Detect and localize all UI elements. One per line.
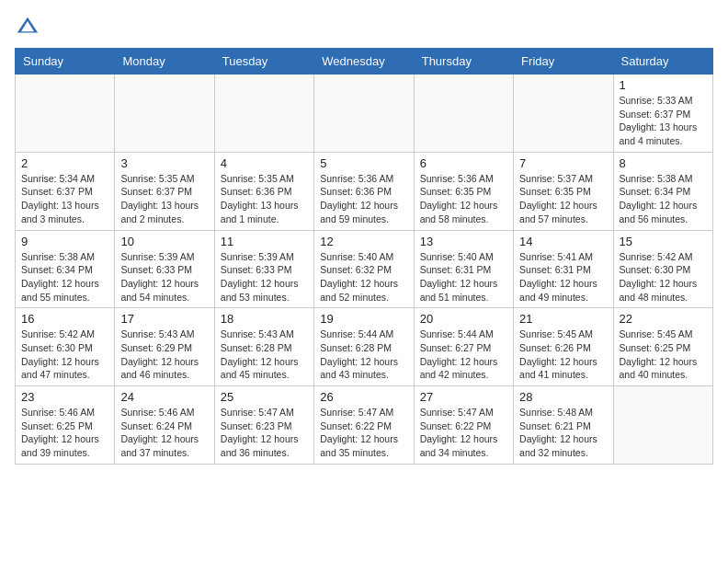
day-info: Sunrise: 5:36 AM Sunset: 6:36 PM Dayligh… [320, 172, 407, 226]
day-info: Sunrise: 5:40 AM Sunset: 6:32 PM Dayligh… [320, 250, 407, 304]
day-number: 6 [420, 156, 507, 170]
day-number: 11 [221, 235, 308, 248]
calendar-cell [613, 386, 712, 465]
calendar-cell [214, 75, 313, 153]
logo [15, 15, 44, 40]
calendar-cell [115, 75, 214, 153]
calendar-cell: 16Sunrise: 5:42 AM Sunset: 6:30 PM Dayli… [16, 308, 115, 386]
day-number: 25 [221, 390, 308, 404]
calendar-week-row: 23Sunrise: 5:46 AM Sunset: 6:25 PM Dayli… [16, 386, 713, 465]
calendar-cell [16, 75, 115, 153]
day-number: 7 [519, 156, 607, 170]
calendar-cell: 3Sunrise: 5:35 AM Sunset: 6:37 PM Daylig… [115, 152, 214, 230]
day-info: Sunrise: 5:36 AM Sunset: 6:35 PM Dayligh… [420, 172, 507, 226]
day-info: Sunrise: 5:39 AM Sunset: 6:33 PM Dayligh… [221, 250, 308, 304]
day-number: 26 [320, 390, 407, 404]
calendar-cell: 6Sunrise: 5:36 AM Sunset: 6:35 PM Daylig… [414, 152, 513, 230]
calendar-cell: 9Sunrise: 5:38 AM Sunset: 6:34 PM Daylig… [16, 230, 115, 308]
calendar-cell: 17Sunrise: 5:43 AM Sunset: 6:29 PM Dayli… [115, 308, 214, 386]
day-number: 20 [420, 312, 507, 326]
calendar-cell: 4Sunrise: 5:35 AM Sunset: 6:36 PM Daylig… [214, 152, 313, 230]
day-info: Sunrise: 5:47 AM Sunset: 6:22 PM Dayligh… [420, 406, 507, 460]
calendar-cell: 19Sunrise: 5:44 AM Sunset: 6:28 PM Dayli… [314, 308, 414, 386]
page-header [15, 15, 713, 40]
calendar-cell: 21Sunrise: 5:45 AM Sunset: 6:26 PM Dayli… [514, 308, 613, 386]
calendar-cell: 12Sunrise: 5:40 AM Sunset: 6:32 PM Dayli… [314, 230, 414, 308]
calendar-cell: 27Sunrise: 5:47 AM Sunset: 6:22 PM Dayli… [414, 386, 513, 465]
calendar-cell: 20Sunrise: 5:44 AM Sunset: 6:27 PM Dayli… [414, 308, 513, 386]
day-number: 15 [620, 235, 707, 248]
day-info: Sunrise: 5:46 AM Sunset: 6:24 PM Dayligh… [120, 406, 208, 460]
day-info: Sunrise: 5:33 AM Sunset: 6:37 PM Dayligh… [620, 94, 707, 148]
day-of-week-header: Friday [514, 49, 613, 75]
calendar-cell: 28Sunrise: 5:48 AM Sunset: 6:21 PM Dayli… [514, 386, 613, 465]
calendar-cell: 25Sunrise: 5:47 AM Sunset: 6:23 PM Dayli… [214, 386, 313, 465]
day-number: 24 [120, 390, 208, 404]
day-number: 21 [519, 312, 607, 326]
day-number: 9 [21, 235, 108, 248]
calendar-cell: 24Sunrise: 5:46 AM Sunset: 6:24 PM Dayli… [115, 386, 214, 465]
day-info: Sunrise: 5:40 AM Sunset: 6:31 PM Dayligh… [420, 250, 507, 304]
calendar-cell: 15Sunrise: 5:42 AM Sunset: 6:30 PM Dayli… [613, 230, 712, 308]
day-info: Sunrise: 5:43 AM Sunset: 6:28 PM Dayligh… [221, 327, 308, 382]
day-info: Sunrise: 5:46 AM Sunset: 6:25 PM Dayligh… [21, 406, 108, 460]
calendar-cell: 7Sunrise: 5:37 AM Sunset: 6:35 PM Daylig… [514, 152, 613, 230]
calendar-cell: 14Sunrise: 5:41 AM Sunset: 6:31 PM Dayli… [514, 230, 613, 308]
day-number: 5 [320, 156, 407, 170]
day-number: 14 [519, 235, 607, 248]
day-info: Sunrise: 5:38 AM Sunset: 6:34 PM Dayligh… [620, 172, 707, 226]
day-info: Sunrise: 5:41 AM Sunset: 6:31 PM Dayligh… [519, 250, 607, 304]
day-info: Sunrise: 5:39 AM Sunset: 6:33 PM Dayligh… [120, 250, 208, 304]
calendar-week-row: 16Sunrise: 5:42 AM Sunset: 6:30 PM Dayli… [16, 308, 713, 386]
day-of-week-header: Saturday [613, 49, 712, 75]
calendar-cell: 18Sunrise: 5:43 AM Sunset: 6:28 PM Dayli… [214, 308, 313, 386]
day-info: Sunrise: 5:45 AM Sunset: 6:25 PM Dayligh… [620, 327, 707, 382]
day-number: 2 [21, 156, 108, 170]
calendar: SundayMondayTuesdayWednesdayThursdayFrid… [15, 48, 713, 465]
day-number: 12 [320, 235, 407, 248]
day-number: 8 [620, 156, 707, 170]
calendar-cell: 2Sunrise: 5:34 AM Sunset: 6:37 PM Daylig… [16, 152, 115, 230]
day-info: Sunrise: 5:47 AM Sunset: 6:23 PM Dayligh… [221, 406, 308, 460]
day-number: 4 [221, 156, 308, 170]
calendar-cell [314, 75, 414, 153]
day-number: 28 [519, 390, 607, 404]
day-of-week-header: Tuesday [214, 49, 313, 75]
day-number: 3 [120, 156, 208, 170]
calendar-cell: 11Sunrise: 5:39 AM Sunset: 6:33 PM Dayli… [214, 230, 313, 308]
calendar-cell [414, 75, 513, 153]
calendar-cell [514, 75, 613, 153]
day-info: Sunrise: 5:42 AM Sunset: 6:30 PM Dayligh… [21, 327, 108, 382]
day-info: Sunrise: 5:42 AM Sunset: 6:30 PM Dayligh… [620, 250, 707, 304]
day-info: Sunrise: 5:48 AM Sunset: 6:21 PM Dayligh… [519, 406, 607, 460]
calendar-cell: 8Sunrise: 5:38 AM Sunset: 6:34 PM Daylig… [613, 152, 712, 230]
day-number: 1 [620, 78, 707, 92]
day-info: Sunrise: 5:43 AM Sunset: 6:29 PM Dayligh… [120, 327, 208, 382]
day-of-week-header: Sunday [16, 49, 115, 75]
day-number: 16 [21, 312, 108, 326]
day-of-week-header: Wednesday [314, 49, 414, 75]
calendar-header-row: SundayMondayTuesdayWednesdayThursdayFrid… [16, 49, 713, 75]
day-info: Sunrise: 5:37 AM Sunset: 6:35 PM Dayligh… [519, 172, 607, 226]
logo-icon [15, 15, 40, 40]
day-number: 18 [221, 312, 308, 326]
day-of-week-header: Thursday [414, 49, 513, 75]
day-info: Sunrise: 5:44 AM Sunset: 6:28 PM Dayligh… [320, 327, 407, 382]
calendar-week-row: 2Sunrise: 5:34 AM Sunset: 6:37 PM Daylig… [16, 152, 713, 230]
day-number: 22 [620, 312, 707, 326]
calendar-cell: 23Sunrise: 5:46 AM Sunset: 6:25 PM Dayli… [16, 386, 115, 465]
calendar-cell: 26Sunrise: 5:47 AM Sunset: 6:22 PM Dayli… [314, 386, 414, 465]
calendar-week-row: 9Sunrise: 5:38 AM Sunset: 6:34 PM Daylig… [16, 230, 713, 308]
day-info: Sunrise: 5:35 AM Sunset: 6:37 PM Dayligh… [120, 172, 208, 226]
day-number: 17 [120, 312, 208, 326]
day-number: 13 [420, 235, 507, 248]
calendar-cell: 22Sunrise: 5:45 AM Sunset: 6:25 PM Dayli… [613, 308, 712, 386]
calendar-cell: 1Sunrise: 5:33 AM Sunset: 6:37 PM Daylig… [613, 75, 712, 153]
calendar-cell: 5Sunrise: 5:36 AM Sunset: 6:36 PM Daylig… [314, 152, 414, 230]
day-info: Sunrise: 5:45 AM Sunset: 6:26 PM Dayligh… [519, 327, 607, 382]
day-info: Sunrise: 5:38 AM Sunset: 6:34 PM Dayligh… [21, 250, 108, 304]
calendar-cell: 10Sunrise: 5:39 AM Sunset: 6:33 PM Dayli… [115, 230, 214, 308]
day-info: Sunrise: 5:44 AM Sunset: 6:27 PM Dayligh… [420, 327, 507, 382]
day-info: Sunrise: 5:47 AM Sunset: 6:22 PM Dayligh… [320, 406, 407, 460]
calendar-cell: 13Sunrise: 5:40 AM Sunset: 6:31 PM Dayli… [414, 230, 513, 308]
